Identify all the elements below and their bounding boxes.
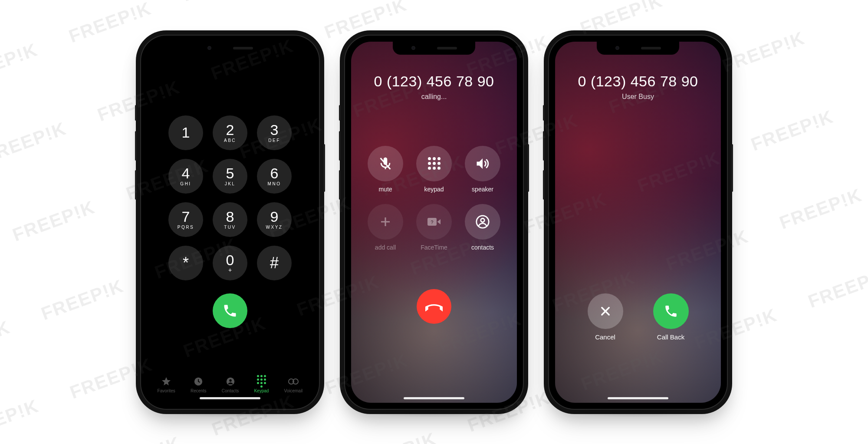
call-status: calling... [351,93,517,101]
call-button[interactable] [213,293,247,328]
voicemail-icon [287,376,299,387]
tab-recents[interactable]: Recents [191,376,207,393]
control-speaker[interactable]: speaker [465,146,500,193]
key-0[interactable]: 0+ [213,246,247,280]
key-6[interactable]: 6MNO [257,159,292,194]
key-9[interactable]: 9WXYZ [257,202,292,237]
key-3[interactable]: 3DEF [257,115,292,150]
phone-mockup-dialer: 1 2ABC 3DEF 4GHI 5JKL 6MNO 7PQRS 8TUV 9W… [141,36,319,409]
close-icon [599,305,612,317]
clock-icon [192,376,204,387]
control-add-call[interactable]: add call [368,204,403,251]
phone-mockup-busy: 0 (123) 456 78 90 User Busy Cancel Call … [549,36,727,409]
plus-icon [379,215,392,228]
key-7[interactable]: 7PQRS [168,202,203,237]
busy-actions: Cancel Call Back [555,293,721,341]
key-1[interactable]: 1 [168,115,203,150]
tab-voicemail[interactable]: Voicemail [284,376,303,393]
control-contacts[interactable]: contacts [465,204,500,251]
phone-icon [222,303,238,319]
key-5[interactable]: 5JKL [213,159,247,194]
key-2[interactable]: 2ABC [213,115,247,150]
tab-contacts[interactable]: Contacts [222,376,239,393]
tab-favorites[interactable]: Favorites [158,376,175,393]
star-icon [160,376,172,387]
video-icon: ? [426,214,442,230]
svg-point-7 [481,218,485,222]
mute-icon [378,156,393,171]
tab-bar: Favorites Recents Contacts Keypad [147,376,313,393]
key-star[interactable]: * [168,246,203,280]
device-notch [189,42,271,55]
call-status: User Busy [555,93,721,101]
tab-keypad[interactable]: Keypad [254,376,269,393]
call-controls: mute keypad speaker add call ? FaceTime [351,146,517,251]
key-4[interactable]: 4GHI [168,159,203,194]
key-hash[interactable]: # [257,246,292,280]
person-circle-icon [224,376,237,387]
dialpad: 1 2ABC 3DEF 4GHI 5JKL 6MNO 7PQRS 8TUV 9W… [147,115,313,280]
device-notch [597,42,679,55]
home-indicator[interactable] [200,397,260,399]
home-indicator[interactable] [608,397,668,399]
call-number: 0 (123) 456 78 90 [555,73,721,90]
control-keypad[interactable]: keypad [416,146,452,193]
device-notch [393,42,475,55]
cancel-button[interactable]: Cancel [588,293,623,341]
control-mute[interactable]: mute [368,146,403,193]
end-call-button[interactable] [417,289,451,324]
phone-icon [664,304,678,319]
call-number: 0 (123) 456 78 90 [351,73,517,90]
phone-down-icon [425,298,443,315]
keypad-icon [428,157,441,170]
person-circle-icon [475,214,490,229]
svg-text:?: ? [431,219,434,224]
phone-mockup-calling: 0 (123) 456 78 90 calling... mute keypad… [345,36,523,409]
key-8[interactable]: 8TUV [213,202,247,237]
svg-point-2 [229,379,232,382]
callback-button[interactable]: Call Back [653,293,689,341]
speaker-icon [475,156,490,171]
keypad-icon [255,376,267,387]
control-facetime[interactable]: ? FaceTime [416,204,452,251]
home-indicator[interactable] [404,397,464,399]
